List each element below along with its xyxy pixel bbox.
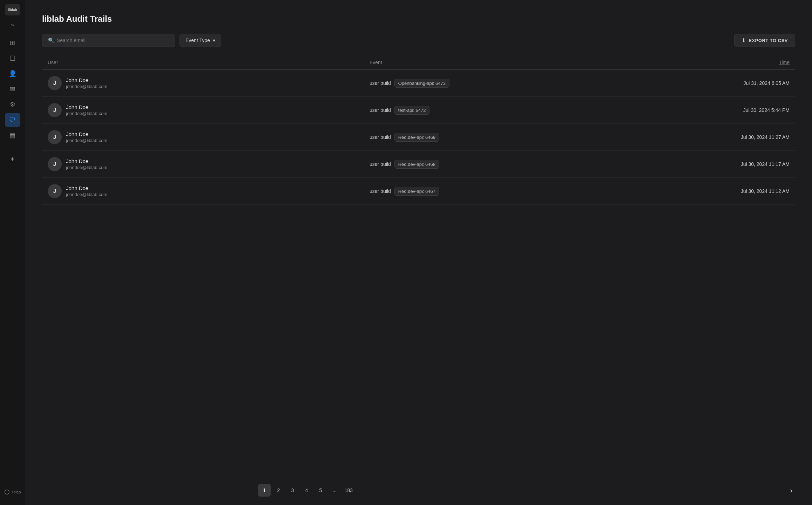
event-cell: user build Reo.dev-api: 6468 xyxy=(370,160,691,169)
sidebar: liblab » ⊞ ❑ 👤 ✉ ⚙ 🛡 ▦ ✦ ⬡ liblab xyxy=(0,0,25,505)
user-info: John Doe johndoe@liblab.com xyxy=(66,77,107,89)
pagination-pages: 12345...183 xyxy=(258,484,355,497)
main-content: liblab Audit Trails 🔍 Event Type ▾ ⬇ EXP… xyxy=(25,0,812,505)
search-icon: 🔍 xyxy=(48,38,54,43)
user-info: John Doe johndoe@liblab.com xyxy=(66,185,107,197)
pagination-next-button[interactable]: › xyxy=(787,485,795,496)
sidebar-collapse-button[interactable]: » xyxy=(9,20,16,30)
sidebar-item-pages[interactable]: ▦ xyxy=(5,128,20,142)
sidebar-item-dashboard[interactable]: ⊞ xyxy=(5,36,20,50)
audit-table: User Event Time J John Doe johndoe@libla… xyxy=(42,57,795,484)
export-csv-button[interactable]: ⬇ EXPORT TO CSV xyxy=(734,34,795,47)
user-email: johndoe@liblab.com xyxy=(66,111,107,116)
magic-icon: ✦ xyxy=(10,155,15,163)
event-label: user build xyxy=(370,107,391,113)
avatar: J xyxy=(48,103,62,117)
user-name: John Doe xyxy=(66,77,107,83)
event-label: user build xyxy=(370,161,391,167)
user-cell: J John Doe johndoe@liblab.com xyxy=(48,157,370,171)
user-cell: J John Doe johndoe@liblab.com xyxy=(48,184,370,198)
sidebar-item-security[interactable]: 🛡 xyxy=(5,113,20,127)
event-label: user build xyxy=(370,80,391,86)
avatar: J xyxy=(48,157,62,171)
user-email: johndoe@liblab.com xyxy=(66,165,107,170)
pagination-page-4[interactable]: 4 xyxy=(300,484,313,497)
download-icon: ⬇ xyxy=(742,38,746,43)
mail-icon: ✉ xyxy=(10,85,15,93)
pagination-page-3[interactable]: 3 xyxy=(286,484,299,497)
search-box[interactable]: 🔍 xyxy=(42,34,175,47)
time-cell: Jul 30, 2024 5:44 PM xyxy=(691,107,790,113)
user-info: John Doe johndoe@liblab.com xyxy=(66,131,107,143)
event-badge: test-api: 6472 xyxy=(394,106,430,115)
time-cell: Jul 30, 2024 11:27 AM xyxy=(691,134,790,140)
table-row: J John Doe johndoe@liblab.com user build… xyxy=(42,124,795,151)
users-icon: 👤 xyxy=(9,70,16,78)
sidebar-liblab-label: ⬡ liblab xyxy=(2,486,23,498)
pagination-page-2[interactable]: 2 xyxy=(272,484,285,497)
sidebar-item-users[interactable]: 👤 xyxy=(5,67,20,81)
event-badge: Openbanking-api: 6473 xyxy=(394,79,449,88)
user-name: John Doe xyxy=(66,104,107,110)
chevron-down-icon: ▾ xyxy=(213,38,215,43)
table-row: J John Doe johndoe@liblab.com user build… xyxy=(42,97,795,124)
user-info: John Doe johndoe@liblab.com xyxy=(66,104,107,116)
user-name: John Doe xyxy=(66,185,107,191)
event-cell: user build Openbanking-api: 6473 xyxy=(370,79,691,88)
table-header: User Event Time xyxy=(42,57,795,70)
header-user: User xyxy=(48,60,370,65)
avatar: J xyxy=(48,184,62,198)
sidebar-item-docs[interactable]: ❑ xyxy=(5,51,20,65)
time-cell: Jul 30, 2024 11:17 AM xyxy=(691,161,790,167)
time-cell: Jul 30, 2024 11:12 AM xyxy=(691,188,790,194)
user-cell: J John Doe johndoe@liblab.com xyxy=(48,130,370,144)
dashboard-icon: ⊞ xyxy=(10,39,15,47)
pagination-page-1[interactable]: 1 xyxy=(258,484,271,497)
user-email: johndoe@liblab.com xyxy=(66,138,107,143)
event-cell: user build Reo.dev-api: 6469 xyxy=(370,133,691,142)
pagination-page-5[interactable]: 5 xyxy=(314,484,327,497)
time-cell: Jul 31, 2024 6:05 AM xyxy=(691,80,790,86)
user-email: johndoe@liblab.com xyxy=(66,84,107,89)
user-name: John Doe xyxy=(66,131,107,137)
event-badge: Reo.dev-api: 6469 xyxy=(394,133,439,142)
sidebar-item-settings[interactable]: ⚙ xyxy=(5,97,20,112)
shield-icon: 🛡 xyxy=(9,116,16,124)
table-row: J John Doe johndoe@liblab.com user build… xyxy=(42,178,795,205)
app-logo: liblab xyxy=(5,4,20,15)
event-type-label: Event Type xyxy=(185,38,210,43)
table-body: J John Doe johndoe@liblab.com user build… xyxy=(42,70,795,205)
export-label: EXPORT TO CSV xyxy=(749,38,788,43)
event-label: user build xyxy=(370,134,391,140)
pagination: 12345...183 › xyxy=(42,484,795,497)
event-cell: user build Reo.dev-api: 6467 xyxy=(370,187,691,196)
header-event: Event xyxy=(370,60,691,65)
sidebar-item-magic[interactable]: ✦ xyxy=(5,152,20,166)
event-cell: user build test-api: 6472 xyxy=(370,106,691,115)
event-badge: Reo.dev-api: 6467 xyxy=(394,187,439,196)
avatar: J xyxy=(48,130,62,144)
table-row: J John Doe johndoe@liblab.com user build… xyxy=(42,151,795,178)
user-cell: J John Doe johndoe@liblab.com xyxy=(48,103,370,117)
pagination-page-183[interactable]: 183 xyxy=(342,484,355,497)
event-badge: Reo.dev-api: 6468 xyxy=(394,160,439,169)
sidebar-bottom: ⬡ liblab xyxy=(2,486,23,501)
avatar: J xyxy=(48,76,62,90)
pages-icon: ▦ xyxy=(9,132,15,139)
sidebar-item-mail[interactable]: ✉ xyxy=(5,82,20,96)
toolbar: 🔍 Event Type ▾ ⬇ EXPORT TO CSV xyxy=(42,34,795,47)
user-name: John Doe xyxy=(66,158,107,164)
header-time: Time xyxy=(691,60,790,65)
event-label: user build xyxy=(370,188,391,194)
user-cell: J John Doe johndoe@liblab.com xyxy=(48,76,370,90)
pagination-ellipsis: ... xyxy=(328,484,341,497)
user-info: John Doe johndoe@liblab.com xyxy=(66,158,107,170)
search-input[interactable] xyxy=(57,38,169,43)
event-type-button[interactable]: Event Type ▾ xyxy=(180,34,221,47)
page-title: liblab Audit Trails xyxy=(42,14,795,24)
table-row: J John Doe johndoe@liblab.com user build… xyxy=(42,70,795,97)
user-email: johndoe@liblab.com xyxy=(66,192,107,197)
settings-icon: ⚙ xyxy=(10,101,15,108)
docs-icon: ❑ xyxy=(10,54,15,62)
